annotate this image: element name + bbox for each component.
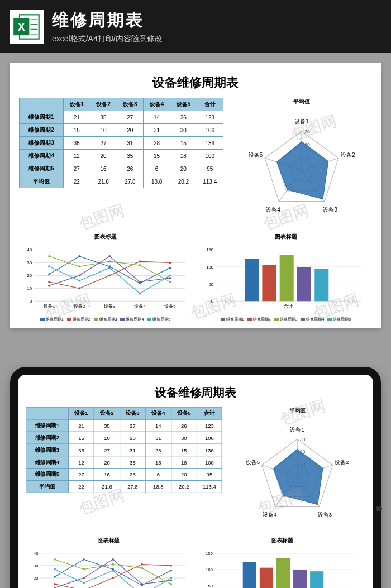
svg-point-118 — [141, 563, 143, 566]
table-cell: 35 — [120, 456, 145, 469]
svg-point-131 — [83, 582, 85, 584]
radar-title: 平均值 — [230, 407, 365, 414]
svg-rect-146 — [293, 570, 307, 588]
table-cell: 14 — [144, 111, 170, 124]
table-cell: 31 — [145, 432, 171, 444]
svg-text:100: 100 — [206, 265, 213, 270]
line-chart: 010203040设备1设备2设备3设备4设备5 — [26, 546, 192, 588]
svg-point-51 — [108, 261, 111, 263]
svg-text:150: 150 — [206, 248, 213, 253]
svg-point-59 — [48, 266, 50, 268]
table-cell: 18.8 — [145, 480, 171, 493]
table-header: 合计 — [197, 407, 222, 419]
line-chart: 010203040设备1设备2设备3设备4设备5 — [19, 242, 192, 312]
table-row-label: 维修周期3 — [26, 444, 68, 456]
svg-point-117 — [112, 577, 114, 579]
svg-point-58 — [169, 277, 171, 279]
table-cell: 20.2 — [171, 480, 197, 493]
table-header: 设备1 — [64, 98, 90, 111]
table-cell: 100 — [197, 456, 222, 469]
svg-text:设备4: 设备4 — [134, 304, 146, 309]
svg-text:40: 40 — [34, 551, 38, 556]
radar-chart: 302010设备1设备2设备3设备4设备5 — [231, 107, 372, 226]
table-cell: 27 — [64, 162, 90, 175]
svg-text:X: X — [18, 20, 25, 32]
svg-point-47 — [139, 261, 141, 263]
svg-text:设备5: 设备5 — [164, 304, 175, 309]
table-cell: 113.4 — [197, 175, 223, 188]
table-cell: 123 — [197, 419, 222, 432]
table-cell: 15 — [170, 137, 197, 150]
table-cell: 30 — [170, 124, 197, 137]
table-cell: 31 — [144, 124, 170, 137]
svg-point-63 — [169, 275, 171, 277]
table-cell: 12 — [64, 150, 90, 162]
svg-point-43 — [169, 267, 171, 269]
svg-text:设备1: 设备1 — [290, 427, 304, 433]
table-cell: 26 — [171, 419, 197, 432]
svg-rect-72 — [245, 259, 259, 301]
svg-text:10: 10 — [27, 286, 32, 291]
sheet-title: 设备维修周期表 — [26, 385, 365, 401]
table-cell: 22 — [64, 175, 90, 188]
table-cell: 113.4 — [197, 480, 222, 493]
svg-point-48 — [169, 262, 171, 264]
data-table: 设备1设备2设备3设备4设备5合计维修周期12135271426123维修周期2… — [26, 407, 222, 493]
table-cell: 20 — [120, 432, 145, 444]
svg-point-120 — [54, 558, 56, 561]
table-cell: 95 — [197, 469, 222, 481]
svg-rect-147 — [310, 571, 323, 588]
svg-point-130 — [54, 568, 56, 571]
table-cell: 15 — [69, 432, 94, 444]
product-subtitle: excel格式/A4打印/内容随意修改 — [52, 34, 381, 44]
svg-point-57 — [139, 281, 141, 283]
table-cell: 15 — [171, 444, 197, 456]
table-cell: 21 — [64, 111, 90, 124]
svg-point-119 — [170, 565, 172, 567]
table-row-label: 维修周期2 — [26, 432, 68, 444]
svg-point-60 — [78, 280, 80, 282]
svg-point-53 — [169, 281, 171, 283]
table-header — [26, 407, 68, 419]
table-header: 设备2 — [94, 407, 120, 419]
svg-text:设备1: 设备1 — [294, 118, 309, 125]
table-header: 设备3 — [117, 98, 144, 111]
svg-text:设备3: 设备3 — [318, 511, 332, 518]
svg-text:50: 50 — [208, 584, 213, 588]
table-cell: 100 — [197, 150, 223, 162]
svg-rect-76 — [314, 269, 328, 302]
svg-point-49 — [48, 255, 50, 257]
table-header: 设备5 — [170, 98, 197, 111]
svg-point-122 — [112, 563, 114, 566]
table-cell: 123 — [197, 111, 223, 124]
bar-chart-title: 图表标题 — [199, 233, 372, 241]
svg-text:20: 20 — [27, 274, 32, 279]
svg-text:设备2: 设备2 — [341, 152, 355, 158]
table-header: 设备2 — [90, 98, 117, 111]
line-chart-title: 图表标题 — [26, 537, 192, 544]
table-cell: 20.2 — [170, 175, 197, 188]
table-header — [20, 98, 64, 111]
table-cell: 136 — [197, 137, 223, 150]
svg-point-115 — [54, 583, 56, 585]
table-cell: 21.6 — [90, 175, 117, 188]
svg-point-61 — [108, 267, 111, 269]
svg-point-121 — [83, 568, 85, 571]
table-cell: 21 — [69, 419, 94, 432]
svg-text:50: 50 — [209, 282, 214, 287]
table-cell: 27.8 — [117, 175, 144, 188]
svg-text:30: 30 — [34, 563, 38, 568]
table-cell: 27 — [117, 111, 144, 124]
data-table: 设备1设备2设备3设备4设备5合计维修周期12135271426123维修周期2… — [19, 98, 223, 188]
svg-rect-74 — [280, 255, 294, 301]
table-cell: 27 — [120, 419, 145, 432]
svg-point-129 — [170, 580, 172, 582]
svg-rect-145 — [276, 558, 290, 588]
table-cell: 20 — [90, 150, 117, 162]
svg-point-62 — [139, 293, 141, 295]
table-row-label: 维修周期3 — [20, 137, 64, 150]
svg-point-46 — [108, 275, 111, 277]
svg-rect-143 — [243, 562, 256, 588]
svg-marker-94 — [274, 449, 323, 504]
table-cell: 6 — [144, 162, 170, 175]
